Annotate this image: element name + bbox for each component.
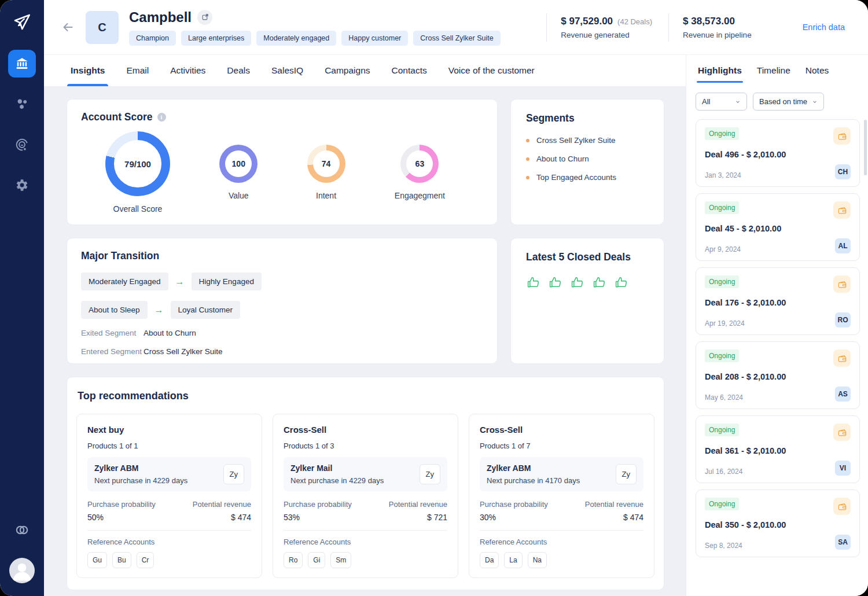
purchase-probability: Purchase probability 53% xyxy=(284,500,352,522)
arrow-right-icon: → xyxy=(155,305,164,315)
tab-email[interactable]: Email xyxy=(126,55,149,86)
open-record-icon[interactable] xyxy=(197,10,212,25)
product-name: Zylker Mail xyxy=(290,463,420,473)
gear-icon xyxy=(14,178,30,193)
product-next-purchase: Next purchase in 4229 days xyxy=(94,476,223,485)
product-badge: Zy xyxy=(616,464,637,484)
tag[interactable]: Happy customer xyxy=(341,31,408,46)
tab-voice-of-customer[interactable]: Voice of the customer xyxy=(448,55,535,86)
gauge-intent: 74 Intent xyxy=(307,145,345,200)
reference-account-chip[interactable]: Ro xyxy=(284,552,303,568)
owner-initials-badge: AL xyxy=(835,238,851,253)
thumbs-up-icon[interactable] xyxy=(592,275,606,289)
tab-highlights[interactable]: Highlights xyxy=(698,65,742,83)
gauge-engagement: 63 Engagegment xyxy=(395,145,445,200)
wallet-icon xyxy=(833,498,851,515)
tag[interactable]: Champion xyxy=(129,31,176,46)
wallet-icon xyxy=(833,127,851,145)
deal-card[interactable]: Ongoing Deal 176 - $ 2,010.00 Apr 19, 20… xyxy=(696,267,860,335)
overall-score-label: Overall Score xyxy=(113,204,163,214)
deal-card[interactable]: Ongoing Deal 208 - $ 2,010.00 May 6, 202… xyxy=(696,341,860,409)
thumbs-up-icon[interactable] xyxy=(614,275,628,289)
thumbs-up-icon[interactable] xyxy=(570,275,584,289)
reference-account-chip[interactable]: Cr xyxy=(137,552,155,568)
segment-item[interactable]: About to Churn xyxy=(526,154,649,163)
deal-card[interactable]: Ongoing Deal 361 - $ 2,010.00 Jul 16, 20… xyxy=(696,415,860,483)
entered-segment-label: Entered Segment xyxy=(81,347,144,356)
chevron-down-icon xyxy=(735,99,741,105)
left-sidebar xyxy=(0,0,44,596)
deal-title: Deal 361 - $ 2,010.00 xyxy=(705,446,851,455)
tab-campaigns[interactable]: Campaigns xyxy=(325,55,370,86)
gauge-overall: 79/100 Overall Score xyxy=(105,131,170,214)
purchase-probability: Purchase probability 50% xyxy=(87,500,156,522)
reference-account-chip[interactable]: La xyxy=(504,552,522,568)
transition-from: About to Sleep xyxy=(81,301,148,319)
potential-revenue-value: $ 474 xyxy=(585,513,643,522)
reference-accounts-label: Reference Accounts xyxy=(480,538,643,546)
reference-account-chip[interactable]: Bu xyxy=(112,552,131,568)
insights-content: Account Score i 79/100 Overall Score xyxy=(44,86,686,596)
wallet-icon xyxy=(833,424,851,441)
product-next-purchase: Next purchase in 4229 days xyxy=(290,476,420,485)
deal-card[interactable]: Ongoing Deal 45 - $ 2,010.00 Apr 9, 2024… xyxy=(696,193,860,261)
intent-donut: 74 xyxy=(307,145,345,183)
tag[interactable]: Large enterprises xyxy=(181,31,251,46)
sidebar-item-suite[interactable] xyxy=(8,516,36,544)
potential-revenue: Potential revenue $ 721 xyxy=(389,500,447,522)
tab-salesiq[interactable]: SalesIQ xyxy=(271,55,303,86)
reference-account-chip[interactable]: Gu xyxy=(87,552,107,568)
closed-deals-title: Latest 5 Closed Deals xyxy=(526,251,649,263)
transition-to: Loyal Customer xyxy=(171,301,241,319)
sidebar-item-assistant[interactable] xyxy=(8,131,36,159)
transition-row: Moderately Engaged → Highly Engaged xyxy=(81,273,483,290)
segment-item[interactable]: Cross Sell Zylker Suite xyxy=(526,136,649,145)
tab-contacts[interactable]: Contacts xyxy=(392,55,427,86)
deal-card[interactable]: Ongoing Deal 496 - $ 2,010.00 Jan 3, 202… xyxy=(696,119,860,187)
user-avatar[interactable] xyxy=(9,558,35,583)
revenue-generated-deals: (42 Deals) xyxy=(617,17,652,26)
intent-label: Intent xyxy=(316,191,336,200)
deal-title: Deal 496 - $ 2,010.00 xyxy=(705,150,851,159)
filter-type-dropdown[interactable]: All xyxy=(696,93,747,111)
reference-account-chip[interactable]: Gi xyxy=(308,552,325,568)
tab-deals[interactable]: Deals xyxy=(227,55,250,86)
reference-account-chip[interactable]: Na xyxy=(528,552,547,568)
assistant-icon xyxy=(14,137,30,153)
scrollbar[interactable] xyxy=(864,120,867,175)
reference-account-chip[interactable]: Sm xyxy=(330,552,351,568)
tab-activities[interactable]: Activities xyxy=(170,55,205,86)
segment-item[interactable]: Top Engaged Accounts xyxy=(526,173,649,182)
deal-highlight-list: Ongoing Deal 496 - $ 2,010.00 Jan 3, 202… xyxy=(696,119,860,557)
filter-sort-dropdown[interactable]: Based on time xyxy=(753,93,824,111)
reference-accounts-label: Reference Accounts xyxy=(87,538,251,546)
tab-insights[interactable]: Insights xyxy=(71,55,105,86)
deal-card[interactable]: Ongoing Deal 350 - $ 2,010.00 Sep 8, 202… xyxy=(696,490,860,557)
product-row[interactable]: Zylker ABM Next purchase in 4170 days Zy xyxy=(480,457,643,491)
sidebar-item-accounts[interactable] xyxy=(8,50,36,78)
tab-notes[interactable]: Notes xyxy=(806,65,829,83)
tab-timeline[interactable]: Timeline xyxy=(757,65,790,83)
deal-title: Deal 350 - $ 2,010.00 xyxy=(705,520,851,529)
thumbs-up-icon[interactable] xyxy=(526,275,540,289)
revenue-pipeline-amount: $ 38,573.00 xyxy=(683,16,735,27)
reference-account-chip[interactable]: Da xyxy=(480,552,499,568)
app-logo-send-icon[interactable] xyxy=(10,10,34,34)
enrich-data-link[interactable]: Enrich data xyxy=(803,23,845,32)
sidebar-item-contacts[interactable] xyxy=(8,90,36,118)
product-name: Zylker ABM xyxy=(94,463,223,473)
thumbs-up-icon[interactable] xyxy=(548,275,562,289)
info-icon[interactable]: i xyxy=(157,113,166,122)
back-button[interactable] xyxy=(59,19,76,36)
sidebar-item-settings[interactable] xyxy=(8,171,36,199)
purchase-probability-value: 30% xyxy=(480,513,548,522)
potential-revenue-value: $ 474 xyxy=(193,513,251,522)
tag[interactable]: Cross Sell Zylker Suite xyxy=(413,31,500,46)
bullet-icon xyxy=(526,139,529,142)
product-row[interactable]: Zylker Mail Next purchase in 4229 days Z… xyxy=(284,457,447,491)
product-row[interactable]: Zylker ABM Next purchase in 4229 days Zy xyxy=(87,457,251,491)
top-recommendations-card: Top recommendations Next buy Products 1 … xyxy=(67,377,664,590)
engagement-score: 63 xyxy=(400,145,439,183)
tag[interactable]: Moderately engaged xyxy=(256,31,336,46)
divider xyxy=(284,530,447,531)
